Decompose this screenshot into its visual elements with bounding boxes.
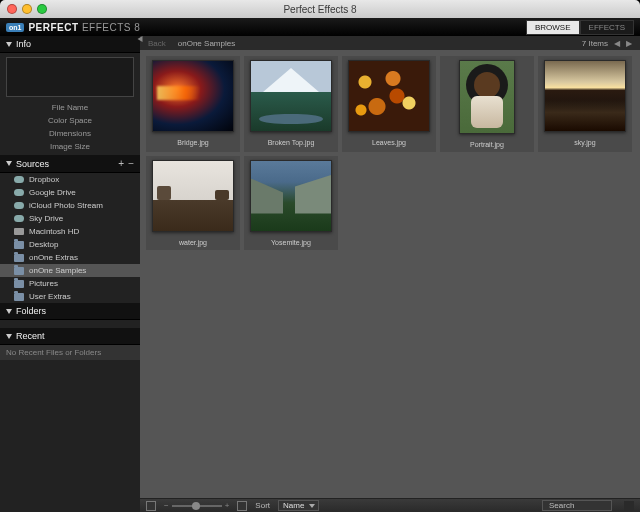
- breadcrumb: Back onOne Samples 7 Items ◀ ▶: [140, 36, 640, 50]
- info-row: Dimensions: [6, 127, 134, 140]
- source-label: onOne Extras: [29, 253, 78, 262]
- sidebar-item-onone-samples[interactable]: onOne Samples: [0, 264, 140, 277]
- item-count: 7 Items: [582, 39, 608, 48]
- crumb-current[interactable]: onOne Samples: [178, 39, 235, 48]
- brand-badge: on1: [6, 23, 24, 32]
- thumbnail-image: [250, 60, 332, 132]
- source-label: iCloud Photo Stream: [29, 201, 103, 210]
- bottom-bar: − + Sort Name Search: [140, 498, 640, 512]
- sort-select[interactable]: Name: [278, 500, 319, 511]
- cloud-icon: [14, 189, 24, 196]
- thumbnail-cell[interactable]: Leaves.jpg: [342, 56, 436, 152]
- folder-icon: [14, 293, 24, 301]
- thumbnail-cell[interactable]: Broken Top.jpg: [244, 56, 338, 152]
- sidebar-item-sky-drive[interactable]: Sky Drive: [0, 212, 140, 225]
- mode-tabs: BROWSE EFFECTS: [526, 20, 634, 35]
- thumbnail-grid: Bridge.jpgBroken Top.jpgLeaves.jpgPortra…: [140, 50, 640, 498]
- next-icon[interactable]: ▶: [626, 39, 632, 48]
- source-label: Google Drive: [29, 188, 76, 197]
- source-label: User Extras: [29, 292, 71, 301]
- info-body: File NameColor SpaceDimensionsImage Size: [0, 53, 140, 155]
- sidebar-item-google-drive[interactable]: Google Drive: [0, 186, 140, 199]
- disclosure-icon: [6, 42, 12, 47]
- brand-light: EFFECTS 8: [79, 22, 141, 33]
- thumbnail-caption: water.jpg: [179, 239, 207, 246]
- panel-title-sources: Sources: [16, 159, 49, 169]
- info-row: Color Space: [6, 114, 134, 127]
- brand-bold: PERFECT: [28, 22, 78, 33]
- source-label: Desktop: [29, 240, 58, 249]
- search-input[interactable]: Search: [542, 500, 612, 511]
- thumbnail-cell[interactable]: Bridge.jpg: [146, 56, 240, 152]
- sidebar-item-user-extras[interactable]: User Extras: [0, 290, 140, 303]
- source-label: Macintosh HD: [29, 227, 79, 236]
- source-label: Sky Drive: [29, 214, 63, 223]
- panel-title-info: Info: [16, 39, 31, 49]
- thumbnail-caption: Yosemite.jpg: [271, 239, 311, 246]
- thumbnail-image: [348, 60, 430, 132]
- crumb-back[interactable]: Back: [148, 39, 166, 48]
- source-label: Dropbox: [29, 175, 59, 184]
- thumbnail-image: [544, 60, 626, 132]
- sidebar: Info File NameColor SpaceDimensionsImage…: [0, 36, 140, 512]
- thumbnail-caption: Portrait.jpg: [470, 141, 504, 148]
- sort-label: Sort: [255, 501, 270, 510]
- zoom-slider[interactable]: − +: [164, 501, 229, 510]
- panel-header-recent[interactable]: Recent: [0, 328, 140, 345]
- view-mode2-icon[interactable]: [237, 501, 247, 511]
- remove-source-icon[interactable]: −: [128, 158, 134, 169]
- thumbnail-cell[interactable]: sky.jpg: [538, 56, 632, 152]
- recent-empty: No Recent Files or Folders: [0, 345, 140, 360]
- view-mode-icon[interactable]: [146, 501, 156, 511]
- sources-list: DropboxGoogle DriveiCloud Photo StreamSk…: [0, 173, 140, 303]
- thumbnail-caption: Leaves.jpg: [372, 139, 406, 146]
- disclosure-icon: [6, 161, 12, 166]
- folder-icon: [14, 267, 24, 275]
- main-area: Info File NameColor SpaceDimensionsImage…: [0, 36, 640, 512]
- sidebar-item-pictures[interactable]: Pictures: [0, 277, 140, 290]
- tab-effects[interactable]: EFFECTS: [580, 20, 634, 35]
- drive-icon: [14, 228, 24, 235]
- sort-value: Name: [283, 501, 304, 510]
- info-row: File Name: [6, 101, 134, 114]
- thumbnail-caption: sky.jpg: [574, 139, 595, 146]
- disclosure-icon: [6, 309, 12, 314]
- search-placeholder: Search: [549, 501, 574, 510]
- thumbnail-image: [152, 60, 234, 132]
- resize-corner-icon[interactable]: [624, 501, 634, 511]
- sidebar-item-dropbox[interactable]: Dropbox: [0, 173, 140, 186]
- thumbnail-image: [459, 60, 515, 134]
- sidebar-item-desktop[interactable]: Desktop: [0, 238, 140, 251]
- mac-titlebar: Perfect Effects 8: [0, 0, 640, 18]
- panel-title-recent: Recent: [16, 331, 45, 341]
- thumbnail-caption: Broken Top.jpg: [268, 139, 315, 146]
- source-label: onOne Samples: [29, 266, 86, 275]
- sidebar-item-onone-extras[interactable]: onOne Extras: [0, 251, 140, 264]
- panel-header-info[interactable]: Info: [0, 36, 140, 53]
- folder-icon: [14, 254, 24, 262]
- window-title: Perfect Effects 8: [0, 4, 640, 15]
- add-source-icon[interactable]: +: [118, 158, 124, 169]
- thumbnail-cell[interactable]: Portrait.jpg: [440, 56, 534, 152]
- histogram: [6, 57, 134, 97]
- cloud-icon: [14, 202, 24, 209]
- source-label: Pictures: [29, 279, 58, 288]
- info-row: Image Size: [6, 140, 134, 153]
- panel-title-folders: Folders: [16, 306, 46, 316]
- collapse-icon[interactable]: [138, 36, 143, 42]
- thumbnail-cell[interactable]: Yosemite.jpg: [244, 156, 338, 250]
- sidebar-item-icloud-photo-stream[interactable]: iCloud Photo Stream: [0, 199, 140, 212]
- thumbnail-image: [152, 160, 234, 232]
- panel-header-sources[interactable]: Sources + −: [0, 155, 140, 173]
- browser: Back onOne Samples 7 Items ◀ ▶ Bridge.jp…: [140, 36, 640, 512]
- disclosure-icon: [6, 334, 12, 339]
- cloud-icon: [14, 176, 24, 183]
- thumbnail-cell[interactable]: water.jpg: [146, 156, 240, 250]
- thumbnail-caption: Bridge.jpg: [177, 139, 209, 146]
- tab-browse[interactable]: BROWSE: [526, 20, 580, 35]
- folder-icon: [14, 241, 24, 249]
- prev-icon[interactable]: ◀: [614, 39, 620, 48]
- sidebar-item-macintosh-hd[interactable]: Macintosh HD: [0, 225, 140, 238]
- panel-header-folders[interactable]: Folders: [0, 303, 140, 320]
- folder-icon: [14, 280, 24, 288]
